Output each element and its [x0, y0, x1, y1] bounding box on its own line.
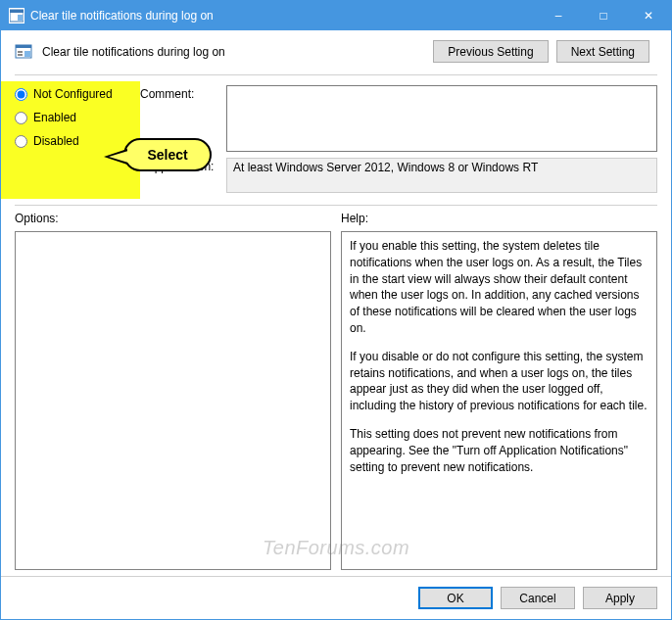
- radio-disabled[interactable]: Disabled: [15, 134, 130, 148]
- radio-enabled-input[interactable]: [15, 112, 27, 124]
- radio-not-configured-label: Not Configured: [33, 87, 113, 101]
- options-box[interactable]: [15, 231, 331, 570]
- previous-setting-button[interactable]: Previous Setting: [433, 40, 548, 63]
- comment-field[interactable]: [226, 85, 657, 152]
- options-label: Options:: [15, 212, 331, 225]
- meta-column: Comment: Supported on:: [140, 81, 657, 199]
- svg-rect-6: [18, 51, 23, 53]
- help-paragraph: This setting does not prevent new notifi…: [350, 426, 648, 475]
- policy-name: Clear tile notifications during log on: [42, 45, 423, 59]
- policy-editor-window: Clear tile notifications during log on –…: [0, 0, 672, 620]
- config-area: Not Configured Enabled Disabled Comment:: [1, 75, 671, 199]
- svg-rect-5: [24, 51, 30, 57]
- dialog-footer: OK Cancel Apply: [1, 576, 671, 619]
- radio-enabled[interactable]: Enabled: [15, 111, 130, 124]
- window-icon: [9, 8, 24, 24]
- help-paragraph: If you disable or do not configure this …: [350, 349, 648, 414]
- radio-not-configured[interactable]: Not Configured: [15, 87, 130, 101]
- state-radio-group: Not Configured Enabled Disabled: [1, 81, 140, 199]
- next-setting-button[interactable]: Next Setting: [556, 40, 649, 63]
- help-label: Help:: [341, 212, 657, 225]
- radio-enabled-label: Enabled: [33, 111, 76, 124]
- annotation-text: Select: [147, 147, 187, 163]
- window-title: Clear tile notifications during log on: [30, 9, 536, 23]
- help-paragraph: If you enable this setting, the system d…: [350, 238, 648, 337]
- annotation-callout: Select: [123, 138, 212, 171]
- svg-rect-7: [18, 54, 23, 56]
- help-column: Help: If you enable this setting, the sy…: [341, 212, 657, 570]
- header-row: Clear tile notifications during log on P…: [1, 30, 671, 69]
- content-area: Clear tile notifications during log on P…: [1, 30, 671, 619]
- minimize-button[interactable]: –: [536, 1, 581, 30]
- titlebar[interactable]: Clear tile notifications during log on –…: [1, 1, 671, 30]
- divider: [15, 205, 657, 206]
- cancel-button[interactable]: Cancel: [501, 587, 575, 609]
- supported-field: [226, 158, 657, 193]
- policy-icon: [15, 43, 32, 61]
- apply-button[interactable]: Apply: [583, 587, 657, 609]
- radio-disabled-input[interactable]: [15, 135, 27, 148]
- radio-not-configured-input[interactable]: [15, 88, 27, 101]
- svg-rect-1: [10, 10, 24, 13]
- svg-rect-4: [16, 45, 31, 48]
- close-button[interactable]: ✕: [626, 1, 671, 30]
- ok-button[interactable]: OK: [418, 587, 493, 609]
- maximize-button[interactable]: □: [581, 1, 626, 30]
- svg-rect-2: [18, 15, 23, 21]
- help-box[interactable]: If you enable this setting, the system d…: [341, 231, 657, 570]
- lower-panels: Options: Help: If you enable this settin…: [1, 212, 671, 576]
- options-column: Options:: [15, 212, 331, 570]
- radio-disabled-label: Disabled: [33, 134, 79, 148]
